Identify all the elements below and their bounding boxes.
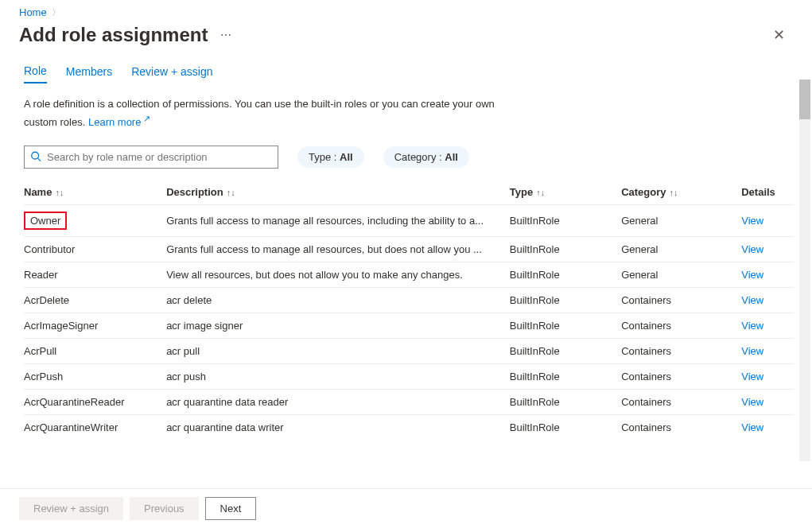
column-header-description[interactable]: Description↑↓ xyxy=(166,180,510,205)
search-box xyxy=(24,146,278,169)
close-icon: ✕ xyxy=(773,27,785,43)
type-filter[interactable]: Type : All xyxy=(297,146,364,168)
role-name: Reader xyxy=(24,269,58,281)
role-details-cell: View xyxy=(741,313,793,339)
role-name-cell: AcrQuarantineReader xyxy=(24,390,166,415)
role-description-cell: acr pull xyxy=(166,339,510,364)
view-link[interactable]: View xyxy=(741,396,763,408)
role-name-cell: Contributor xyxy=(24,237,166,262)
toolbar: Type : All Category : All xyxy=(19,146,793,169)
role-type-cell: BuiltInRole xyxy=(510,415,621,441)
role-category-cell: Containers xyxy=(621,390,741,415)
view-link[interactable]: View xyxy=(741,243,763,255)
role-category-cell: Containers xyxy=(621,288,741,313)
role-type-cell: BuiltInRole xyxy=(510,205,621,237)
table-row[interactable]: AcrPullacr pullBuiltInRoleContainersView xyxy=(24,339,793,364)
category-filter[interactable]: Category : All xyxy=(383,146,469,168)
tab-review-assign[interactable]: Review + assign xyxy=(131,64,212,83)
table-row[interactable]: ReaderView all resources, but does not a… xyxy=(24,262,793,288)
scrollbar-vertical-track xyxy=(799,80,810,461)
scrollbar-vertical-thumb[interactable] xyxy=(799,80,810,119)
role-description-cell: acr image signer xyxy=(166,313,510,339)
sort-icon: ↑↓ xyxy=(669,188,678,197)
view-link[interactable]: View xyxy=(741,345,763,357)
role-details-cell: View xyxy=(741,237,793,262)
view-link[interactable]: View xyxy=(741,269,763,281)
role-name: AcrQuarantineReader xyxy=(24,396,124,408)
roles-table: Name↑↓ Description↑↓ Type↑↓ Category↑↓ D… xyxy=(24,180,793,440)
role-name-cell: AcrImageSigner xyxy=(24,313,166,339)
role-name-cell: AcrDelete xyxy=(24,288,166,313)
role-name: Owner xyxy=(24,212,67,230)
role-category-cell: Containers xyxy=(621,415,741,441)
next-button[interactable]: Next xyxy=(205,497,257,520)
column-header-name[interactable]: Name↑↓ xyxy=(24,180,166,205)
role-details-cell: View xyxy=(741,364,793,390)
footer-bar: Review + assign Previous Next xyxy=(0,488,812,528)
role-category-cell: General xyxy=(621,205,741,237)
role-type-cell: BuiltInRole xyxy=(510,364,621,390)
role-name: Contributor xyxy=(24,243,75,255)
role-description-cell: acr quarantine data writer xyxy=(166,415,510,441)
close-button[interactable]: ✕ xyxy=(765,21,793,49)
breadcrumb-home-link[interactable]: Home xyxy=(19,6,47,18)
role-type-cell: BuiltInRole xyxy=(510,237,621,262)
role-details-cell: View xyxy=(741,205,793,237)
role-name: AcrDelete xyxy=(24,294,69,306)
view-link[interactable]: View xyxy=(741,371,763,382)
role-type-cell: BuiltInRole xyxy=(510,339,621,364)
role-name-cell: AcrPull xyxy=(24,339,166,364)
tab-role[interactable]: Role xyxy=(24,64,47,83)
role-name-cell: Owner xyxy=(24,205,166,237)
role-details-cell: View xyxy=(741,339,793,364)
role-category-cell: Containers xyxy=(621,313,741,339)
role-description-cell: Grants full access to manage all resourc… xyxy=(166,237,510,262)
column-header-category[interactable]: Category↑↓ xyxy=(621,180,741,205)
chevron-right-icon: 〉 xyxy=(52,6,60,18)
role-category-cell: General xyxy=(621,262,741,288)
view-link[interactable]: View xyxy=(741,294,763,306)
role-name-cell: Reader xyxy=(24,262,166,288)
more-icon[interactable]: ⋯ xyxy=(217,25,235,45)
view-link[interactable]: View xyxy=(741,421,763,433)
review-assign-button[interactable]: Review + assign xyxy=(19,497,123,520)
role-details-cell: View xyxy=(741,415,793,441)
sort-icon: ↑↓ xyxy=(536,188,545,197)
role-name: AcrImageSigner xyxy=(24,320,98,332)
table-row[interactable]: AcrDeleteacr deleteBuiltInRoleContainers… xyxy=(24,288,793,313)
column-header-type[interactable]: Type↑↓ xyxy=(510,180,621,205)
role-name: AcrQuarantineWriter xyxy=(24,421,118,433)
table-row[interactable]: ContributorGrants full access to manage … xyxy=(24,237,793,262)
view-link[interactable]: View xyxy=(741,215,763,227)
view-link[interactable]: View xyxy=(741,320,763,332)
table-row[interactable]: AcrQuarantineWriteracr quarantine data w… xyxy=(24,415,793,441)
sort-icon: ↑↓ xyxy=(227,188,235,197)
table-row[interactable]: AcrImageSigneracr image signerBuiltInRol… xyxy=(24,313,793,339)
learn-more-link[interactable]: Learn more xyxy=(88,116,151,128)
tab-members[interactable]: Members xyxy=(66,64,112,83)
role-category-cell: Containers xyxy=(621,339,741,364)
page-title: Add role assignment xyxy=(19,24,208,46)
page-header: Add role assignment ⋯ ✕ xyxy=(19,21,793,49)
role-type-cell: BuiltInRole xyxy=(510,262,621,288)
role-category-cell: Containers xyxy=(621,364,741,390)
table-row[interactable]: AcrQuarantineReaderacr quarantine data r… xyxy=(24,390,793,415)
column-header-details: Details xyxy=(741,180,793,205)
role-type-cell: BuiltInRole xyxy=(510,390,621,415)
role-description-cell: acr delete xyxy=(166,288,510,313)
role-details-cell: View xyxy=(741,262,793,288)
role-details-cell: View xyxy=(741,390,793,415)
role-name: AcrPush xyxy=(24,371,63,382)
role-description-cell: View all resources, but does not allow y… xyxy=(166,262,510,288)
previous-button[interactable]: Previous xyxy=(130,497,199,520)
table-row[interactable]: OwnerGrants full access to manage all re… xyxy=(24,205,793,237)
table-row[interactable]: AcrPushacr pushBuiltInRoleContainersView xyxy=(24,364,793,390)
role-description-text: A role definition is a collection of per… xyxy=(19,96,528,130)
search-input[interactable] xyxy=(24,146,278,169)
role-description-cell: acr quarantine data reader xyxy=(166,390,510,415)
role-type-cell: BuiltInRole xyxy=(510,313,621,339)
tabs: Role Members Review + assign xyxy=(19,64,793,83)
role-description-cell: acr push xyxy=(166,364,510,390)
role-name-cell: AcrPush xyxy=(24,364,166,390)
role-category-cell: General xyxy=(621,237,741,262)
